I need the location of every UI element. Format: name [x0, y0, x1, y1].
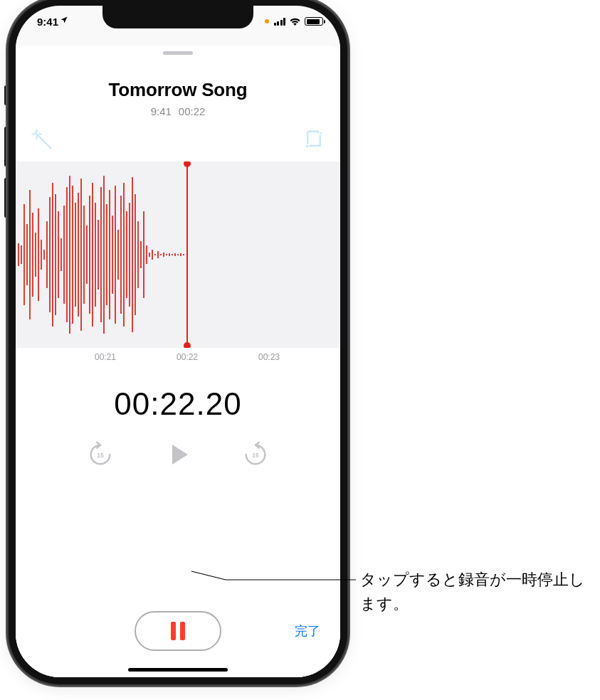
- elapsed-time: 00:22.20: [16, 386, 340, 422]
- wifi-icon: [289, 17, 301, 26]
- phone-side-button: [4, 85, 8, 105]
- svg-line-5: [38, 136, 51, 149]
- done-button[interactable]: 完了: [295, 622, 320, 640]
- recording-privacy-dot-icon: [265, 19, 269, 23]
- home-indicator[interactable]: [128, 668, 228, 672]
- callout-text: タップすると録音が一時停止します。: [360, 568, 588, 616]
- trim-icon[interactable]: [303, 129, 325, 153]
- battery-icon: [305, 17, 323, 26]
- svg-text:15: 15: [252, 452, 259, 459]
- ruler-tick: 00:21: [95, 352, 116, 362]
- recording-sheet: Tomorrow Song 9:41 00:22: [16, 46, 340, 677]
- pause-icon: [180, 622, 185, 640]
- time-ruler: 00:21 00:22 00:23: [16, 348, 340, 366]
- playhead[interactable]: [186, 161, 188, 348]
- location-arrow-icon: [60, 16, 68, 26]
- pause-icon: [171, 622, 176, 640]
- phone-side-button: [4, 178, 8, 218]
- recording-created-time: 9:41: [151, 105, 172, 117]
- svg-text:15: 15: [97, 452, 104, 459]
- waveform[interactable]: [16, 161, 340, 348]
- skip-back-15-icon: 15: [87, 441, 114, 468]
- play-icon: [164, 440, 192, 469]
- ruler-tick: 00:22: [177, 352, 198, 362]
- notch: [102, 6, 253, 28]
- playhead-handle-bottom[interactable]: [184, 342, 191, 348]
- status-time: 9:41: [37, 16, 58, 28]
- recording-duration: 00:22: [179, 105, 206, 117]
- phone-frame: 9:41 Tomorrow Song: [16, 6, 340, 677]
- screen-content: Tomorrow Song 9:41 00:22: [16, 37, 340, 677]
- enhance-icon[interactable]: [31, 129, 53, 153]
- skip-forward-15-icon: 15: [242, 441, 269, 468]
- phone-side-button: [4, 127, 8, 166]
- ruler-tick: 00:23: [258, 352, 280, 362]
- sheet-grabber[interactable]: [163, 51, 193, 55]
- cellular-signal-icon: [274, 18, 286, 26]
- pause-recording-button[interactable]: [135, 611, 221, 651]
- recording-title[interactable]: Tomorrow Song: [30, 79, 326, 101]
- recording-meta: 9:41 00:22: [30, 105, 326, 117]
- svg-line-0: [35, 132, 38, 136]
